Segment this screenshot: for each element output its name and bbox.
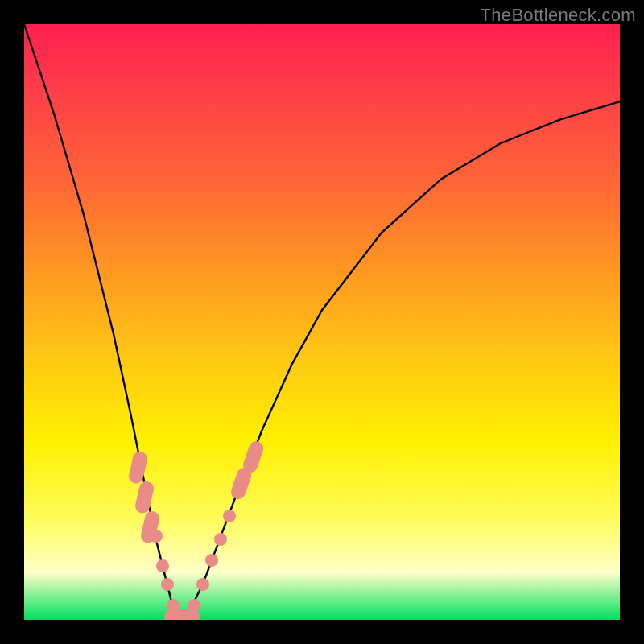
marker-dot [223,510,236,522]
bottleneck-curve-path [24,24,620,620]
marker-dot [156,559,169,572]
marker-dot [188,599,200,612]
watermark-text: TheBottleneck.com [481,5,636,26]
marker-dot [205,554,218,567]
chart-frame: TheBottleneck.com [0,0,644,644]
curve-svg [24,24,620,620]
marker-dot [161,578,174,591]
marker-dot [196,578,209,591]
plot-area [24,24,620,620]
